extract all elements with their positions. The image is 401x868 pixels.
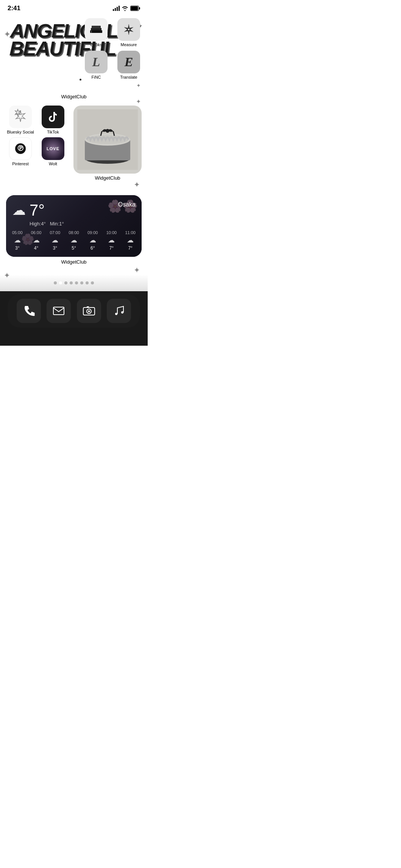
battery-icon — [130, 6, 140, 11]
apps-col-left: Bluesky Social TikTok — [6, 106, 70, 181]
cake-svg — [77, 109, 138, 170]
weather-hour-time-5: 10:00 — [106, 230, 117, 235]
app-tiktok[interactable]: TikTok — [39, 106, 67, 134]
weather-hour-time-0: 05:00 — [12, 230, 23, 235]
measure-svg — [120, 21, 137, 38]
app-pinterest[interactable]: ℗ Pinterest — [6, 137, 35, 166]
weather-hour-time-4: 09:00 — [87, 230, 98, 235]
weather-hour-cloud-2: ☁ — [51, 236, 58, 244]
camera-icon — [82, 304, 96, 318]
cloud-icon: ☁ — [12, 202, 26, 218]
widgetclub-label-2: WidgetClub — [95, 175, 120, 181]
dock-area — [0, 291, 148, 346]
wifi-icon — [122, 6, 128, 11]
app-finc[interactable]: L FiNC — [82, 51, 111, 79]
weather-hour-time-1: 06:00 — [31, 230, 42, 235]
finc-icon: L — [85, 51, 108, 73]
page-dot-6[interactable] — [86, 281, 89, 284]
page-dot-2[interactable] — [64, 281, 67, 284]
page-dot-7[interactable] — [91, 281, 94, 284]
angelically-beautiful-widget[interactable]: ANGELICALLYBEAUTIFUL — [6, 18, 78, 90]
wolt-icon: LOVE — [42, 137, 64, 160]
translate-icon: E — [117, 51, 140, 73]
translate-letter: E — [125, 55, 133, 69]
dock — [8, 294, 140, 328]
star-row: ✦ — [6, 180, 142, 189]
finc-letter: L — [92, 55, 100, 69]
finc-label: FiNC — [91, 75, 101, 79]
pinterest-svg: ℗ — [13, 141, 28, 156]
cake-widget — [73, 106, 142, 174]
phone-icon — [22, 304, 36, 318]
weather-hour-time-3: 08:00 — [69, 230, 79, 235]
widget-row-1: ANGELICALLYBEAUTIFUL Books — [6, 18, 142, 90]
books-svg — [88, 21, 105, 38]
weather-hour-6: 11:00 ☁ 7° — [125, 230, 136, 251]
weather-hour-temp-3: 5° — [72, 245, 76, 251]
widget-text: ANGELICALLYBEAUTIFUL — [5, 19, 79, 62]
weather-hour-0: 05:00 ☁ 3° — [12, 230, 23, 251]
weather-content: ☁ 7° Osaka High:4° Min:1° 05:00 ☁ 3° 06:… — [12, 201, 136, 251]
app-translate[interactable]: E Translate — [114, 51, 143, 79]
row-2: Bluesky Social TikTok — [6, 106, 142, 181]
bluesky-label: Bluesky Social — [7, 130, 34, 134]
weather-widget[interactable]: 🌸🌸 🌸 ☁ 7° Osaka High:4° Min:1° 05:00 ☁ 3… — [6, 195, 142, 257]
star-decoration-5: ✦ — [134, 266, 140, 275]
status-icons — [113, 6, 140, 11]
dock-phone[interactable] — [17, 299, 41, 323]
svg-text:℗: ℗ — [17, 144, 24, 152]
weather-range: High:4° Min:1° — [30, 221, 136, 227]
star-decoration-6: ✦ — [4, 271, 10, 280]
weather-hour-cloud-5: ☁ — [108, 236, 115, 244]
svg-point-8 — [128, 29, 130, 30]
dock-music[interactable] — [107, 299, 131, 323]
signal-icon — [113, 6, 120, 11]
page-dot-1[interactable] — [59, 281, 62, 284]
bluesky-icon — [9, 106, 32, 128]
pinterest-label: Pinterest — [12, 161, 28, 166]
cake-widget-container[interactable]: WidgetClub — [73, 106, 142, 181]
weather-hour-1: 06:00 ☁ 4° — [31, 230, 42, 251]
apps-row-3: Bluesky Social TikTok — [6, 106, 70, 134]
dock-mail[interactable] — [47, 299, 71, 323]
svg-rect-2 — [131, 6, 138, 11]
status-time: 2:41 — [8, 5, 20, 12]
weather-high: High:4° — [30, 221, 46, 227]
app-bluesky[interactable]: Bluesky Social — [6, 106, 35, 134]
dot-decoration-1 — [80, 79, 81, 81]
page-dot-3[interactable] — [70, 281, 73, 284]
wolt-label: Wolt — [49, 161, 57, 166]
weather-min: Min:1° — [50, 221, 64, 227]
svg-rect-24 — [87, 306, 89, 307]
wolt-label-text: LOVE — [47, 146, 59, 151]
page-dot-0[interactable] — [54, 281, 57, 284]
svg-point-26 — [121, 311, 123, 314]
status-bar: 2:41 — [0, 0, 148, 14]
page-dot-4[interactable] — [75, 281, 78, 284]
weather-hour-temp-1: 4° — [34, 245, 38, 251]
weather-hour-temp-4: 6° — [90, 245, 95, 251]
weather-hour-cloud-0: ☁ — [14, 236, 21, 244]
page-dots-container — [0, 275, 148, 291]
app-measure[interactable]: Measure — [114, 18, 143, 47]
measure-label: Measure — [121, 42, 137, 47]
svg-marker-9 — [16, 110, 25, 122]
measure-icon — [117, 18, 140, 41]
home-screen: ✦ ✦ ANGELICALLYBEAUTIFUL — [0, 14, 148, 275]
page-dot-5[interactable] — [80, 281, 83, 284]
weather-hour-cloud-1: ☁ — [33, 236, 40, 244]
svg-rect-20 — [53, 307, 64, 315]
weather-hour-5: 10:00 ☁ 7° — [106, 230, 117, 251]
weather-hour-cloud-4: ☁ — [89, 236, 96, 244]
svg-rect-5 — [90, 30, 102, 33]
weather-hour-temp-2: 3° — [53, 245, 57, 251]
weather-hour-3: 08:00 ☁ 5° — [69, 230, 79, 251]
widgetclub-label-1: WidgetClub — [6, 94, 142, 99]
svg-rect-4 — [92, 26, 101, 28]
weather-hours: 05:00 ☁ 3° 06:00 ☁ 4° 07:00 ☁ 3° 08:00 ☁… — [12, 230, 136, 251]
star-decoration-4: ✦ — [134, 180, 140, 189]
dock-camera[interactable] — [77, 299, 101, 323]
tiktok-svg — [47, 110, 59, 123]
bluesky-svg — [11, 107, 30, 126]
app-wolt[interactable]: LOVE Wolt — [39, 137, 67, 166]
